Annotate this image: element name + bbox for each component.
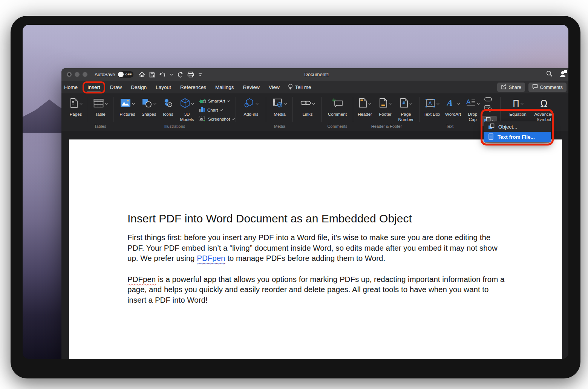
text-from-file-icon bbox=[488, 133, 494, 141]
spellcheck-underline: PDFpen bbox=[197, 254, 225, 262]
screenshot-button[interactable]: Screenshot bbox=[199, 115, 234, 123]
svg-text:A: A bbox=[447, 98, 453, 108]
tab-references[interactable]: References bbox=[180, 84, 206, 90]
quick-access-toolbar bbox=[139, 68, 202, 81]
word-window: AutoSave OFF Document1 bbox=[61, 68, 568, 359]
tab-review[interactable]: Review bbox=[243, 84, 259, 90]
pictures-button[interactable]: Pictures bbox=[117, 96, 138, 117]
close-window-button[interactable] bbox=[67, 72, 72, 77]
text-box-button[interactable]: A Text Box bbox=[422, 96, 442, 117]
tab-home[interactable]: Home bbox=[64, 84, 78, 90]
undo-icon[interactable] bbox=[159, 72, 166, 78]
share-button[interactable]: Share bbox=[497, 83, 525, 92]
redo-icon[interactable] bbox=[177, 72, 183, 78]
print-icon[interactable] bbox=[187, 72, 194, 78]
tab-design[interactable]: Design bbox=[131, 84, 147, 90]
date-time-icon[interactable] bbox=[484, 105, 492, 113]
page-number-button[interactable]: # Page Number bbox=[396, 96, 416, 122]
tell-me-control[interactable]: Tell me bbox=[288, 84, 311, 91]
tab-mailings[interactable]: Mailings bbox=[215, 84, 234, 90]
pages-icon bbox=[70, 98, 78, 110]
zoom-window-button[interactable] bbox=[83, 72, 87, 77]
pictures-icon bbox=[120, 98, 131, 109]
autosave-label: AutoSave bbox=[95, 72, 115, 77]
screenshot-icon bbox=[199, 116, 206, 123]
document-page[interactable]: Insert PDF into Word Document as an Embe… bbox=[69, 139, 562, 359]
group-addins: Add-ins bbox=[236, 96, 266, 129]
wordart-button[interactable]: A WordArt bbox=[443, 96, 463, 117]
paragraph-2: PDFpen is a powerful app that allows you… bbox=[127, 274, 506, 305]
menu-item-object[interactable]: Object... bbox=[484, 122, 551, 132]
desktop-wallpaper: AutoSave OFF Document1 bbox=[23, 25, 568, 359]
document-area: Insert PDF into Word Document as an Embe… bbox=[61, 131, 568, 359]
toolbar-overflow-icon[interactable] bbox=[198, 72, 202, 77]
minimize-window-button[interactable] bbox=[75, 72, 80, 77]
home-icon[interactable] bbox=[139, 72, 145, 78]
drop-cap-icon: A bbox=[466, 98, 476, 109]
links-button[interactable]: Links bbox=[298, 96, 317, 117]
text-box-icon: A bbox=[425, 98, 435, 109]
wordart-icon: A bbox=[447, 98, 456, 109]
group-header-footer: Header Footer # Page Number Header & Foo… bbox=[354, 96, 420, 129]
ribbon-tab-bar: Home Insert Draw Design Layout Reference… bbox=[61, 81, 568, 93]
new-comment-icon bbox=[332, 98, 343, 109]
chart-button[interactable]: Chart bbox=[199, 106, 222, 114]
page-content: Insert PDF into Word Document as an Embe… bbox=[69, 139, 562, 305]
undo-chevron-icon[interactable] bbox=[170, 74, 173, 76]
addins-button[interactable]: Add-ins bbox=[241, 96, 261, 117]
search-icon[interactable] bbox=[546, 70, 553, 78]
titlebar-right bbox=[546, 68, 568, 81]
text-mini-buttons bbox=[484, 96, 492, 113]
document-heading: Insert PDF into Word Document as an Embe… bbox=[127, 212, 562, 225]
group-media: Media Media bbox=[266, 96, 293, 129]
window-title: Document1 bbox=[304, 68, 329, 81]
shapes-button[interactable]: Shapes bbox=[139, 96, 159, 117]
group-links: Links bbox=[293, 96, 322, 129]
duck-icon bbox=[163, 98, 173, 109]
tab-view[interactable]: View bbox=[269, 84, 280, 90]
media-button[interactable]: Media bbox=[270, 96, 290, 117]
bookmark-icon[interactable] bbox=[484, 96, 492, 103]
page-number-icon: # bbox=[400, 98, 408, 109]
omega-icon: Ω bbox=[541, 99, 547, 108]
footer-icon bbox=[379, 98, 387, 109]
drop-cap-button[interactable]: A Drop Cap bbox=[464, 96, 481, 122]
comments-button[interactable]: Comments bbox=[528, 83, 567, 92]
comment-button[interactable]: Comment bbox=[326, 96, 349, 117]
3d-models-button[interactable]: 3D Models bbox=[177, 96, 197, 122]
media-icon bbox=[273, 98, 283, 109]
pages-button[interactable]: Pages bbox=[66, 96, 85, 117]
icons-button[interactable]: Icons bbox=[160, 96, 176, 117]
smartart-button[interactable]: SmartArt bbox=[199, 97, 230, 105]
lightbulb-icon bbox=[288, 84, 293, 91]
addins-icon bbox=[244, 98, 254, 109]
titlebar: AutoSave OFF Document1 bbox=[61, 68, 568, 81]
screenshot-frame: AutoSave OFF Document1 bbox=[11, 16, 580, 378]
autosave-control: AutoSave OFF bbox=[95, 68, 133, 81]
group-comments: Comment Comments bbox=[322, 96, 353, 129]
pdfpen-link[interactable]: PDFpen bbox=[197, 254, 225, 262]
table-button[interactable]: Table bbox=[91, 96, 110, 117]
advanced-symbol-button[interactable]: Ω Advanced Symbol bbox=[530, 96, 557, 122]
autosave-toggle-knob bbox=[118, 72, 124, 77]
object-dropdown-menu: Object... Text from File... bbox=[484, 121, 551, 142]
account-avatar[interactable] bbox=[559, 70, 568, 79]
shapes-icon bbox=[142, 98, 152, 109]
menu-item-text-from-file[interactable]: Text from File... bbox=[484, 132, 551, 142]
tab-draw[interactable]: Draw bbox=[110, 84, 122, 90]
autosave-toggle[interactable]: OFF bbox=[118, 71, 133, 78]
traffic-lights bbox=[67, 72, 87, 77]
active-tab-underline bbox=[87, 92, 101, 93]
share-icon bbox=[501, 84, 507, 90]
group-illustrations: Pictures Shapes Icons 3D Models bbox=[114, 96, 236, 129]
spellcheck-underline-2: PDFpen bbox=[127, 275, 156, 283]
tab-layout[interactable]: Layout bbox=[156, 84, 171, 90]
svg-text:A: A bbox=[428, 100, 432, 106]
save-icon[interactable] bbox=[149, 72, 155, 78]
footer-button[interactable]: Footer bbox=[376, 96, 394, 117]
object-menu-icon bbox=[488, 123, 495, 131]
header-button[interactable]: Header bbox=[356, 96, 374, 117]
table-icon bbox=[93, 98, 104, 109]
tab-insert[interactable]: Insert bbox=[87, 84, 100, 90]
equation-button[interactable]: Π Equation bbox=[506, 96, 530, 117]
